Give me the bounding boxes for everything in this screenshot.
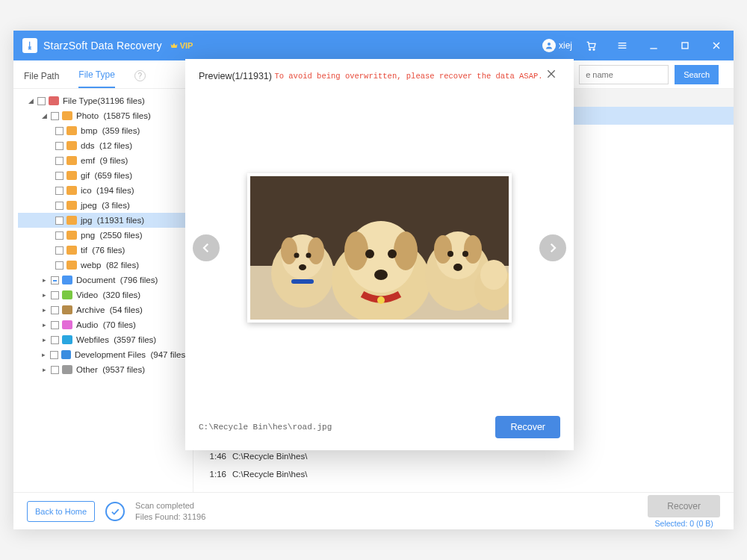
- result-path: C:\Recycle Bin\hes\: [232, 470, 734, 479]
- svg-point-0: [548, 43, 551, 46]
- search-input[interactable]: [579, 65, 669, 84]
- vip-badge[interactable]: VIP: [170, 41, 193, 50]
- tree-label: Other: [76, 365, 98, 374]
- tree-label: jpg: [81, 216, 92, 225]
- tree-count: (76 files): [92, 246, 125, 255]
- svg-point-1: [589, 49, 591, 50]
- tree-count: (12 files): [99, 141, 132, 150]
- tree-jpg[interactable]: jpg (11931 files): [18, 213, 193, 228]
- tree-label: Archive: [76, 305, 105, 314]
- tree-count: (11931 files): [97, 216, 144, 225]
- close-icon[interactable]: [704, 33, 729, 58]
- tree-webfiles[interactable]: ▸Webfiles (3597 files): [18, 332, 193, 347]
- preview-footer: C:\Recycle Bin\hes\road.jpg Recover: [185, 405, 574, 450]
- back-to-home-button[interactable]: Back to Home: [27, 501, 95, 522]
- tree-label: tif: [81, 246, 87, 255]
- preview-warning: To avoid being overwritten, please recov…: [272, 72, 545, 81]
- scan-status-line2: Files Found: 31196: [135, 511, 205, 522]
- tab-file-path[interactable]: File Path: [24, 71, 59, 88]
- tree-tif[interactable]: tif (76 files): [18, 243, 193, 258]
- svg-point-17: [308, 237, 324, 264]
- selected-count: Selected: 0 (0 B): [648, 519, 720, 528]
- footer: Back to Home Scan completed Files Found:…: [13, 492, 734, 529]
- app-title: StarzSoft Data Recovery: [43, 40, 162, 52]
- svg-rect-7: [682, 43, 688, 49]
- tree-label: Audio: [76, 320, 98, 329]
- tree-count: (82 files): [106, 261, 139, 270]
- tree-document[interactable]: ▸Document (796 files): [18, 273, 193, 287]
- result-time: 1:16: [198, 470, 232, 479]
- tree-count: (659 files): [95, 171, 133, 180]
- user-pill[interactable]: xiej: [542, 39, 572, 52]
- tree-dds[interactable]: dds (12 files): [18, 138, 193, 153]
- user-name: xiej: [559, 40, 572, 51]
- tree-label: ico: [81, 186, 92, 195]
- search-button[interactable]: Search: [675, 65, 719, 84]
- tree-count: (9 files): [100, 156, 128, 165]
- tree-count: (3 files): [102, 201, 130, 210]
- tree-count: (9537 files): [102, 365, 145, 374]
- tree-video[interactable]: ▸Video (320 files): [18, 287, 193, 302]
- tree-photo[interactable]: ◢Photo (15875 files): [18, 108, 193, 123]
- svg-point-16: [281, 237, 297, 264]
- svg-point-20: [299, 264, 306, 270]
- preview-next-icon[interactable]: [539, 234, 566, 261]
- titlebar: ⭳ StarzSoft Data Recovery VIP xiej: [13, 31, 734, 60]
- svg-point-27: [388, 249, 397, 258]
- tree-count: (194 files): [96, 186, 134, 195]
- result-time: 1:46: [198, 452, 232, 461]
- tree-count: (359 files): [102, 126, 140, 135]
- preview-recover-button[interactable]: Recover: [495, 416, 560, 438]
- tree-archive[interactable]: ▸Archive (54 files): [18, 302, 193, 317]
- preview-title: Preview(1/11931): [199, 71, 272, 81]
- tree-label: gif: [81, 171, 90, 180]
- tree-gif[interactable]: gif (659 files): [18, 168, 193, 183]
- svg-point-33: [464, 235, 482, 264]
- scan-complete-icon: [105, 502, 125, 521]
- tree-count: (54 files): [110, 305, 143, 314]
- tree-emf[interactable]: emf (9 files): [18, 153, 193, 168]
- tree-ico[interactable]: ico (194 files): [18, 183, 193, 198]
- recover-disabled-button[interactable]: Recover: [648, 495, 720, 517]
- minimize-icon[interactable]: [641, 33, 666, 58]
- tree-label: jpeg: [81, 201, 97, 210]
- preview-prev-icon[interactable]: [193, 234, 220, 261]
- maximize-icon[interactable]: [672, 33, 698, 58]
- tree-jpeg[interactable]: jpeg (3 files): [18, 198, 193, 213]
- help-icon[interactable]: ?: [134, 70, 146, 81]
- tree-bmp[interactable]: bmp (359 files): [18, 123, 193, 138]
- tree-root[interactable]: ◢File Type(31196 files): [18, 93, 193, 108]
- preview-body: [185, 90, 574, 405]
- tree-count: (947 files): [151, 350, 189, 359]
- tree-label: emf: [81, 156, 95, 165]
- tree-webp[interactable]: webp (82 files): [18, 258, 193, 273]
- cart-icon[interactable]: [578, 33, 604, 58]
- preview-header: Preview(1/11931) To avoid being overwrit…: [185, 59, 574, 90]
- svg-point-29: [377, 296, 385, 304]
- result-row[interactable]: 1:16C:\Recycle Bin\hes\: [193, 465, 734, 483]
- tree-label: webp: [81, 261, 102, 270]
- svg-point-36: [453, 264, 462, 271]
- tree-label: png: [81, 231, 95, 240]
- preview-file-path: C:\Recycle Bin\hes\road.jpg: [199, 423, 332, 432]
- tree-other[interactable]: ▸Other (9537 files): [18, 362, 193, 377]
- preview-close-icon[interactable]: [545, 68, 562, 84]
- app-logo-icon: ⭳: [22, 38, 37, 53]
- svg-point-32: [434, 235, 452, 264]
- tree-count: (15875 files): [103, 111, 150, 120]
- tree-png[interactable]: png (2550 files): [18, 228, 193, 243]
- search-row: Search: [579, 65, 719, 84]
- tree-panel: ◢File Type(31196 files) ◢Photo (15875 fi…: [13, 89, 193, 492]
- tree-count: (320 files): [103, 290, 141, 299]
- tree-count: (3597 files): [114, 335, 156, 344]
- tree-label: bmp: [81, 126, 97, 135]
- tree-audio[interactable]: ▸Audio (70 files): [18, 317, 193, 332]
- tree-dev[interactable]: ▸Development Files (947 files): [18, 347, 193, 362]
- svg-rect-21: [291, 279, 314, 284]
- result-path: C:\Recycle Bin\hes\: [232, 452, 734, 461]
- vip-label: VIP: [180, 41, 193, 50]
- tab-file-type[interactable]: File Type: [78, 69, 114, 88]
- menu-icon[interactable]: [610, 33, 635, 58]
- tree-label: Video: [76, 290, 98, 299]
- scan-status-line1: Scan completed: [135, 500, 205, 511]
